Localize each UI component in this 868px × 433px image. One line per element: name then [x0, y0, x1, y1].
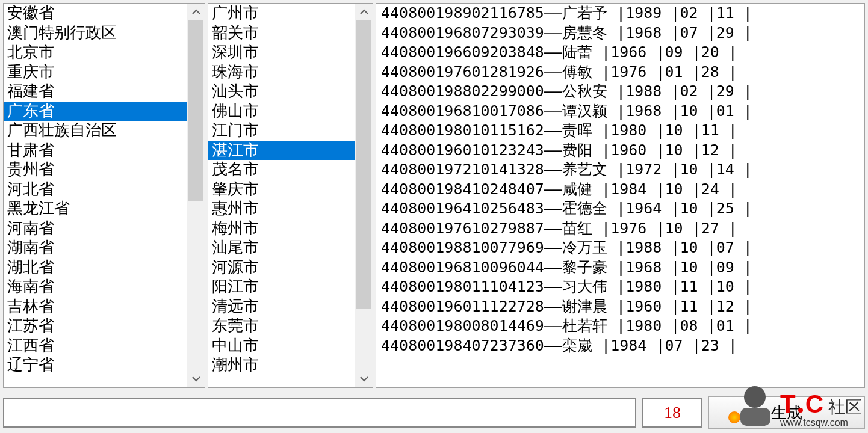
city-scrollbar[interactable] — [355, 4, 373, 387]
city-item[interactable]: 肇庆市 — [208, 180, 355, 200]
city-item[interactable]: 韶关市 — [208, 23, 355, 43]
result-row[interactable]: 440800196609203848——陆蕾 |1966 |09 |20 | — [376, 43, 864, 63]
city-item[interactable]: 汕头市 — [208, 82, 355, 102]
province-item[interactable]: 河南省 — [4, 219, 187, 239]
city-item[interactable]: 广州市 — [208, 4, 355, 23]
province-item[interactable]: 广东省 — [4, 102, 187, 121]
province-listbox[interactable]: 安徽省澳门特别行政区北京市重庆市福建省广东省广西壮族自治区甘肃省贵州省河北省黑龙… — [3, 3, 205, 388]
result-row[interactable]: 440800198410248407——咸健 |1984 |10 |24 | — [376, 180, 864, 200]
province-scrollbar[interactable] — [187, 4, 205, 387]
city-item[interactable]: 河源市 — [208, 258, 355, 278]
result-row[interactable]: 440800198011104123——习大伟 |1980 |11 |10 | — [376, 277, 864, 297]
generate-button[interactable]: 生成 — [708, 396, 865, 429]
result-row[interactable]: 440800198810077969——冷万玉 |1988 |10 |07 | — [376, 238, 864, 258]
province-item[interactable]: 安徽省 — [4, 4, 187, 23]
city-item[interactable]: 梅州市 — [208, 219, 355, 239]
result-row[interactable]: 440800196807293039——房慧冬 |1968 |07 |29 | — [376, 23, 864, 43]
result-row[interactable]: 440800197601281926——傅敏 |1976 |01 |28 | — [376, 63, 864, 82]
result-row[interactable]: 440800196011122728——谢津晨 |1960 |11 |12 | — [376, 297, 864, 317]
province-item[interactable]: 河北省 — [4, 180, 187, 200]
city-item[interactable]: 惠州市 — [208, 199, 355, 219]
city-listbox[interactable]: 广州市韶关市深圳市珠海市汕头市佛山市江门市湛江市茂名市肇庆市惠州市梅州市汕尾市河… — [208, 3, 373, 388]
province-item[interactable]: 广西壮族自治区 — [4, 121, 187, 141]
province-item[interactable]: 辽宁省 — [4, 355, 187, 375]
scroll-thumb[interactable] — [188, 20, 203, 201]
result-row[interactable]: 440800198008014469——杜若轩 |1980 |08 |01 | — [376, 316, 864, 336]
scroll-up-icon[interactable] — [187, 4, 205, 20]
city-item[interactable]: 东莞市 — [208, 316, 355, 336]
city-item[interactable]: 珠海市 — [208, 63, 355, 82]
scroll-thumb[interactable] — [356, 20, 371, 309]
province-item[interactable]: 北京市 — [4, 43, 187, 63]
province-item[interactable]: 重庆市 — [4, 63, 187, 82]
city-item[interactable]: 清远市 — [208, 297, 355, 317]
result-row[interactable]: 440800198407237360——栾崴 |1984 |07 |23 | — [376, 336, 864, 356]
result-row[interactable]: 440800196410256483——霍德全 |1964 |10 |25 | — [376, 199, 864, 219]
result-row[interactable]: 440800197210141328——养艺文 |1972 |10 |14 | — [376, 160, 864, 180]
province-item[interactable]: 海南省 — [4, 277, 187, 297]
result-row[interactable]: 440800198802299000——公秋安 |1988 |02 |29 | — [376, 82, 864, 102]
city-item[interactable]: 佛山市 — [208, 102, 355, 121]
city-item[interactable]: 阳江市 — [208, 277, 355, 297]
city-item[interactable]: 潮州市 — [208, 355, 355, 375]
result-row[interactable]: 440800196810017086——谭汉颖 |1968 |10 |01 | — [376, 102, 864, 121]
result-row[interactable]: 440800196810096044——黎子豪 |1968 |10 |09 | — [376, 258, 864, 278]
province-item[interactable]: 澳门特别行政区 — [4, 23, 187, 43]
results-listbox[interactable]: 440800198902116785——广若予 |1989 |02 |11 |4… — [376, 3, 865, 388]
province-item[interactable]: 江西省 — [4, 336, 187, 356]
scroll-down-icon[interactable] — [187, 370, 205, 387]
output-input[interactable] — [3, 398, 636, 428]
province-item[interactable]: 甘肃省 — [4, 141, 187, 161]
province-item[interactable]: 江苏省 — [4, 316, 187, 336]
result-row[interactable]: 440800198010115162——责晖 |1980 |10 |11 | — [376, 121, 864, 141]
city-item[interactable]: 湛江市 — [208, 141, 355, 161]
province-item[interactable]: 湖北省 — [4, 258, 187, 278]
result-row[interactable]: 440800197610279887——苗红 |1976 |10 |27 | — [376, 219, 864, 239]
city-item[interactable]: 江门市 — [208, 121, 355, 141]
count-input[interactable] — [642, 398, 702, 428]
province-item[interactable]: 福建省 — [4, 82, 187, 102]
scroll-up-icon[interactable] — [355, 4, 373, 20]
city-item[interactable]: 深圳市 — [208, 43, 355, 63]
city-item[interactable]: 茂名市 — [208, 160, 355, 180]
province-item[interactable]: 黑龙江省 — [4, 199, 187, 219]
province-item[interactable]: 贵州省 — [4, 160, 187, 180]
scroll-down-icon[interactable] — [355, 370, 373, 387]
result-row[interactable]: 440800198902116785——广若予 |1989 |02 |11 | — [376, 4, 864, 23]
province-item[interactable]: 湖南省 — [4, 238, 187, 258]
province-item[interactable]: 吉林省 — [4, 297, 187, 317]
result-row[interactable]: 440800196010123243——费阳 |1960 |10 |12 | — [376, 141, 864, 161]
city-item[interactable]: 中山市 — [208, 336, 355, 356]
city-item[interactable]: 汕尾市 — [208, 238, 355, 258]
